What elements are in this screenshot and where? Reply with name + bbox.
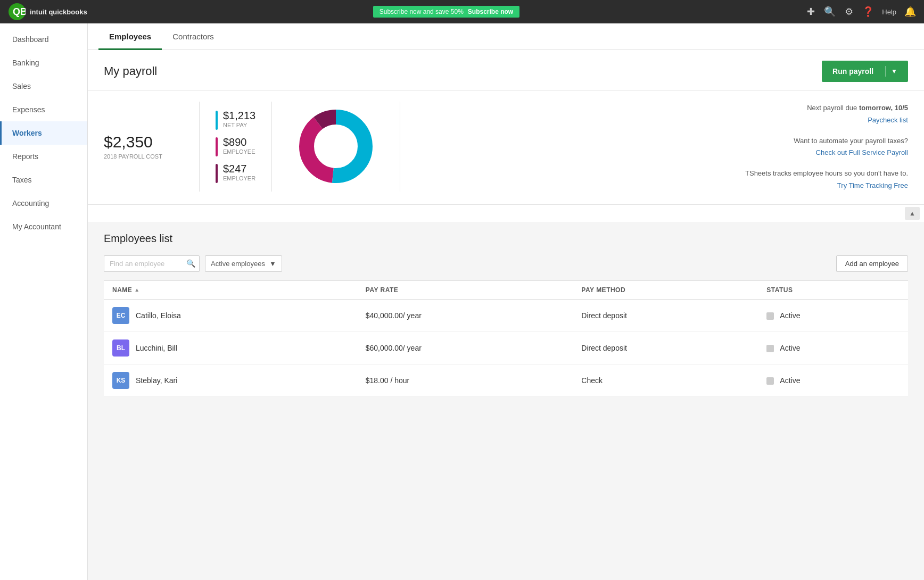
sidebar-item-reports[interactable]: Reports <box>0 145 87 168</box>
table-row[interactable]: BL Lucchini, Bill $60,000.00/ year Direc… <box>104 332 908 364</box>
full-service-link[interactable]: Check out Full Service Payroll <box>816 148 908 156</box>
list-toolbar-left: 🔍 Active employees ▼ <box>104 255 282 272</box>
employee-pay-method: Direct deposit <box>573 299 758 332</box>
employee-pay-rate: $60,000.00/ year <box>357 332 573 364</box>
help-label: Help <box>882 8 896 16</box>
payroll-summary: $2,350 2018 PAYROLL COST $1,213 NET PAY … <box>88 90 924 204</box>
search-icon[interactable]: 🔍 <box>824 6 835 17</box>
tsheets-block: TSheets tracks employee hours so you don… <box>416 167 908 192</box>
app-body: Dashboard Banking Sales Expenses Workers… <box>0 23 924 580</box>
employee-pay-method: Direct deposit <box>573 332 758 364</box>
tab-contractors[interactable]: Contractors <box>162 23 225 50</box>
sidebar-item-taxes[interactable]: Taxes <box>0 168 87 192</box>
payroll-cost-label: 2018 PAYROLL COST <box>104 153 183 160</box>
search-wrap: 🔍 <box>104 255 200 272</box>
logo: QB intuit quickbooks <box>9 3 87 20</box>
status-icon <box>766 377 774 385</box>
breakdown-employee: $890 EMPLOYEE <box>216 136 255 156</box>
employee-status: Active <box>758 332 908 364</box>
sidebar-item-sales[interactable]: Sales <box>0 74 87 98</box>
donut-chart <box>293 104 378 189</box>
summary-right-info: Next payroll due tomorrow, 10/5 Paycheck… <box>400 102 908 192</box>
logo-text: intuit quickbooks <box>30 8 87 16</box>
search-input[interactable] <box>104 255 200 272</box>
table-row[interactable]: KS Steblay, Kari $18.00 / hour Check Act… <box>104 364 908 396</box>
time-tracking-link[interactable]: Try Time Tracking Free <box>837 181 908 189</box>
donut-chart-wrapper <box>272 102 400 192</box>
employee-status: Active <box>758 364 908 396</box>
chevron-down-icon: ▼ <box>891 68 897 75</box>
sort-arrow-icon: ▲ <box>134 287 139 293</box>
quickbooks-logo-icon: QB <box>9 3 26 20</box>
sidebar-item-accounting[interactable]: Accounting <box>0 192 87 215</box>
run-payroll-label: Run payroll <box>832 67 880 76</box>
payroll-title: My payroll <box>104 64 157 78</box>
employee-name: Catillo, Eloisa <box>136 311 181 320</box>
employees-table: NAME ▲ PAY RATE PAY METHOD STATUS EC Cat… <box>104 280 908 397</box>
collapse-bar: ▲ <box>88 204 924 222</box>
employees-list-section: Employees list 🔍 Active employees ▼ Add … <box>88 222 924 408</box>
status-icon <box>766 312 774 320</box>
top-nav-center: Subscribe now and save 50% Subscribe now <box>87 6 806 18</box>
net-pay-amount: $1,213 <box>223 110 255 122</box>
tsheets-text: TSheets tracks employee hours so you don… <box>745 169 908 177</box>
active-employees-filter[interactable]: Active employees ▼ <box>205 255 282 272</box>
sidebar-item-expenses[interactable]: Expenses <box>0 98 87 121</box>
avatar: EC <box>112 307 129 324</box>
summary-breakdown: $1,213 NET PAY $890 EMPLOYEE $247 EMPL <box>200 102 272 192</box>
employee-pay-rate: $18.00 / hour <box>357 364 573 396</box>
svg-point-5 <box>315 125 357 168</box>
filter-label: Active employees <box>211 260 265 268</box>
col-status: STATUS <box>758 280 908 299</box>
list-toolbar: 🔍 Active employees ▼ Add an employee <box>104 255 908 272</box>
avatar: KS <box>112 372 129 389</box>
employee-amount: $890 <box>223 136 255 148</box>
run-payroll-button[interactable]: Run payroll ▼ <box>822 61 908 82</box>
payroll-cost: $2,350 <box>104 133 183 151</box>
settings-icon[interactable]: ⚙ <box>844 6 854 17</box>
col-pay-rate: PAY RATE <box>357 280 573 299</box>
net-pay-bar <box>216 111 218 130</box>
paycheck-list-link[interactable]: Paycheck list <box>868 116 908 124</box>
help-icon[interactable]: ❓ <box>863 6 873 17</box>
status-icon <box>766 345 774 352</box>
subscribe-banner: Subscribe now and save 50% Subscribe now <box>373 6 519 18</box>
sidebar-item-banking[interactable]: Banking <box>0 51 87 74</box>
next-payroll-date: tomorrow, 10/5 <box>859 104 908 112</box>
employer-bar <box>216 164 218 183</box>
employee-status: Active <box>758 299 908 332</box>
breakdown-net: $1,213 NET PAY <box>216 110 255 130</box>
employees-tbody: EC Catillo, Eloisa $40,000.00/ year Dire… <box>104 299 908 396</box>
employee-name-cell: BL Lucchini, Bill <box>104 332 357 364</box>
sidebar-item-dashboard[interactable]: Dashboard <box>0 28 87 51</box>
employee-pay-method: Check <box>573 364 758 396</box>
employee-bar <box>216 137 218 156</box>
employer-label: EMPLOYER <box>223 175 255 181</box>
sidebar-item-workers[interactable]: Workers <box>0 121 87 145</box>
tabs-bar: Employees Contractors <box>88 23 924 50</box>
subscribe-now-button[interactable]: Subscribe now <box>468 8 513 15</box>
employer-amount: $247 <box>223 163 255 175</box>
col-name: NAME ▲ <box>104 280 357 299</box>
table-header: NAME ▲ PAY RATE PAY METHOD STATUS <box>104 280 908 299</box>
avatar: BL <box>112 339 129 357</box>
add-employee-button[interactable]: Add an employee <box>836 255 908 272</box>
table-row[interactable]: EC Catillo, Eloisa $40,000.00/ year Dire… <box>104 299 908 332</box>
net-pay-label: NET PAY <box>223 122 255 128</box>
summary-cost-block: $2,350 2018 PAYROLL COST <box>104 102 200 192</box>
main-content: Employees Contractors My payroll Run pay… <box>88 23 924 580</box>
col-pay-method: PAY METHOD <box>573 280 758 299</box>
sidebar: Dashboard Banking Sales Expenses Workers… <box>0 23 88 580</box>
automate-block: Want to automate your payroll taxes? Che… <box>416 135 908 159</box>
tab-employees[interactable]: Employees <box>98 23 162 50</box>
collapse-button[interactable]: ▲ <box>905 207 920 220</box>
add-icon[interactable]: ✚ <box>805 6 816 17</box>
notifications-icon[interactable]: 🔔 <box>905 6 915 17</box>
chevron-down-icon: ▼ <box>269 260 276 268</box>
employee-name: Lucchini, Bill <box>136 344 177 352</box>
sidebar-item-my-accountant[interactable]: My Accountant <box>0 215 87 238</box>
top-nav: QB intuit quickbooks Subscribe now and s… <box>0 0 924 23</box>
search-icon: 🔍 <box>186 259 195 268</box>
employee-name: Steblay, Kari <box>136 376 177 385</box>
employee-name-cell: KS Steblay, Kari <box>104 364 357 396</box>
